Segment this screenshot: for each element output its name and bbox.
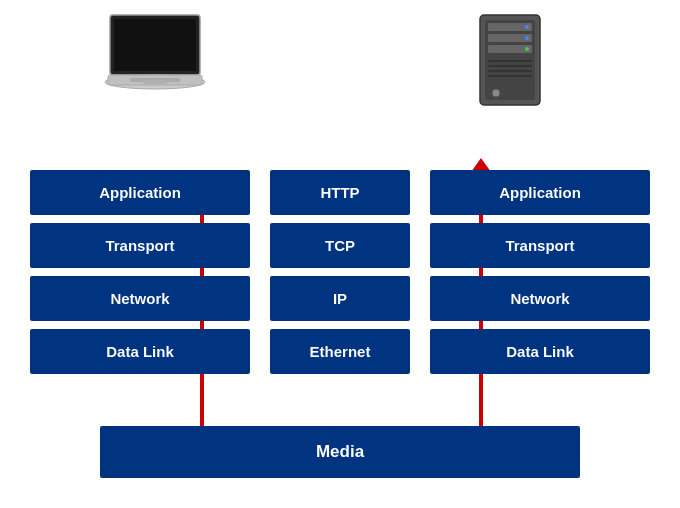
columns-layout: Application Transport Network Data Link …: [0, 170, 680, 374]
server-icon: [460, 5, 560, 119]
ip-box: IP: [270, 276, 410, 321]
diagram-container: Application Transport Network Data Link …: [0, 0, 680, 508]
svg-point-18: [492, 89, 500, 97]
datalink-right-box: Data Link: [430, 329, 650, 374]
svg-rect-1: [114, 19, 196, 71]
svg-rect-17: [488, 75, 532, 77]
app-left-box: Application: [30, 170, 250, 215]
app-right-box: Application: [430, 170, 650, 215]
right-column: Application Transport Network Data Link: [430, 170, 650, 374]
svg-point-13: [525, 47, 529, 51]
svg-rect-15: [488, 65, 532, 67]
tcp-box: TCP: [270, 223, 410, 268]
left-column: Application Transport Network Data Link: [30, 170, 250, 374]
svg-rect-16: [488, 70, 532, 72]
ethernet-box: Ethernet: [270, 329, 410, 374]
datalink-left-box: Data Link: [30, 329, 250, 374]
laptop-icon: [100, 10, 210, 104]
svg-point-12: [525, 36, 529, 40]
transport-right-box: Transport: [430, 223, 650, 268]
svg-point-11: [525, 25, 529, 29]
middle-column: HTTP TCP IP Ethernet: [270, 170, 410, 374]
svg-rect-14: [488, 60, 532, 62]
transport-left-box: Transport: [30, 223, 250, 268]
http-box: HTTP: [270, 170, 410, 215]
network-right-box: Network: [430, 276, 650, 321]
network-left-box: Network: [30, 276, 250, 321]
media-bar: Media: [100, 426, 580, 478]
svg-rect-5: [143, 80, 167, 84]
